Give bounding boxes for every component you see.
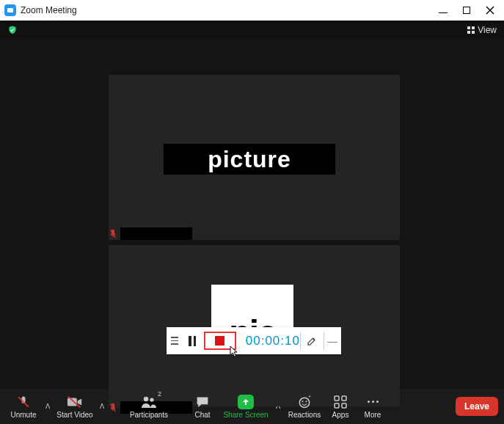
share-screen-icon [238, 395, 254, 409]
chat-label: Chat [194, 411, 210, 419]
chat-icon [195, 395, 210, 409]
reactions-button[interactable]: + Reactions [285, 389, 324, 424]
annotate-button[interactable] [301, 327, 324, 354]
participants-icon [140, 395, 158, 409]
participant-name-redacted [120, 227, 192, 240]
share-screen-label: Share Screen [223, 411, 268, 419]
grid-icon [467, 26, 475, 34]
toolbar-collapse-button[interactable]: — [324, 327, 342, 354]
apps-label: Apps [332, 411, 349, 419]
video-stage: picture pic 00:00:10 [0, 40, 504, 389]
leave-button[interactable]: Leave [456, 397, 498, 416]
more-label: More [365, 411, 381, 419]
participant-tile-bottom: pic [109, 245, 400, 406]
start-video-button[interactable]: Start Video [54, 389, 95, 424]
window-title: Zoom Meeting [21, 5, 438, 15]
mic-muted-icon [16, 395, 31, 409]
participants-label: Participants [130, 411, 168, 419]
more-icon [368, 395, 379, 409]
window-close-button[interactable] [485, 5, 495, 15]
more-button[interactable]: More [357, 389, 389, 424]
view-button[interactable]: View [467, 25, 497, 35]
participants-count: 2 [158, 390, 161, 398]
drag-handle-icon[interactable] [167, 327, 183, 354]
svg-point-13 [306, 401, 307, 402]
camera-off-icon [67, 395, 83, 409]
window-maximize-button[interactable] [461, 5, 472, 15]
video-options-chevron[interactable]: ᐱ [95, 403, 109, 410]
audio-options-chevron[interactable]: ᐱ [41, 403, 54, 410]
recording-timer: 00:00:10 [238, 327, 300, 354]
muted-mic-icon [109, 229, 117, 239]
encryption-shield-icon[interactable] [7, 25, 18, 35]
unmute-label: Unmute [10, 411, 36, 419]
svg-point-10 [150, 398, 153, 401]
window-titlebar: Zoom Meeting [0, 0, 504, 21]
view-label: View [478, 25, 497, 35]
apps-icon [334, 395, 347, 409]
start-video-label: Start Video [56, 411, 92, 419]
stop-recording-button[interactable] [204, 332, 236, 350]
svg-rect-16 [342, 396, 346, 401]
window-minimize-button[interactable] [438, 5, 448, 15]
unmute-button[interactable]: Unmute [6, 389, 41, 424]
svg-point-9 [144, 396, 148, 401]
svg-rect-15 [335, 396, 339, 401]
participant-nametag-top [109, 227, 192, 240]
chat-button[interactable]: Chat [185, 389, 220, 424]
shared-content-label-box: picture [164, 144, 335, 175]
meeting-topbar: View [0, 21, 504, 40]
stop-icon [215, 336, 224, 346]
participant-tile-top: picture [109, 75, 400, 240]
svg-rect-7 [67, 398, 77, 406]
svg-point-11 [299, 398, 309, 407]
reactions-icon: + [297, 395, 312, 409]
muted-mic-icon [109, 403, 117, 413]
apps-button[interactable]: Apps [324, 389, 357, 424]
reactions-label: Reactions [288, 411, 321, 419]
svg-text:+: + [308, 395, 311, 399]
share-screen-button[interactable]: Share Screen [220, 389, 271, 424]
pause-button[interactable] [183, 327, 201, 354]
zoom-logo-icon [4, 4, 16, 16]
svg-point-12 [302, 401, 304, 402]
participants-button[interactable]: 2 Participants [126, 389, 172, 424]
svg-rect-17 [335, 403, 339, 408]
svg-rect-18 [342, 403, 346, 408]
shared-content-label: picture [208, 146, 291, 173]
recording-toolbar[interactable]: 00:00:10 — [167, 327, 341, 354]
meeting-toolbar: Unmute ᐱ Start Video ᐱ 2 Participants ᐱ … [0, 389, 504, 424]
